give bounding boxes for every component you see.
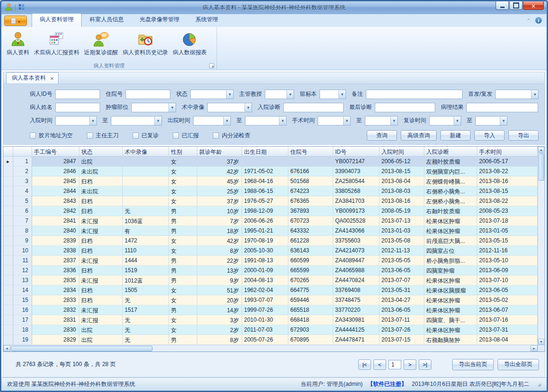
filter-select[interactable] xyxy=(245,116,287,125)
filter-select[interactable] xyxy=(131,103,176,112)
vertical-scroll-thumb[interactable] xyxy=(539,153,544,181)
table-row[interactable]: 162832未汇报1517男14岁1999-07-266655183377022… xyxy=(3,305,538,315)
ribbon-button[interactable]: 病人资料历史记录 xyxy=(120,29,170,58)
tab-close-icon[interactable] xyxy=(50,75,54,82)
table-row[interactable]: 82840未汇报有男18岁1995-01-21643332ZA414306620… xyxy=(3,226,538,236)
page-number-input[interactable] xyxy=(388,360,401,369)
filter-input[interactable] xyxy=(126,90,170,99)
filter-input[interactable] xyxy=(375,103,435,112)
filter-checkbox[interactable]: 已复诊 xyxy=(133,132,159,140)
filter-checkbox[interactable]: 胶片地址为空 xyxy=(30,132,73,140)
scroll-right-icon[interactable] xyxy=(531,345,538,351)
table-row[interactable]: 132835未汇报1012蓝男9岁2004-08-13670265ZA44708… xyxy=(3,275,538,285)
checkbox-icon[interactable] xyxy=(87,133,93,139)
checkbox-icon[interactable] xyxy=(30,133,36,139)
filter-select[interactable] xyxy=(111,116,162,125)
maximize-button[interactable] xyxy=(509,1,523,10)
chevron-down-icon[interactable] xyxy=(169,103,176,112)
table-row[interactable]: 42844未出院女25岁1988-06-15674223338052682013… xyxy=(3,186,538,196)
filter-select[interactable] xyxy=(495,90,539,99)
chevron-down-icon[interactable] xyxy=(500,117,507,125)
filter-checkbox[interactable]: 内分泌检查 xyxy=(213,132,250,140)
ribbon-tab-3[interactable]: 光盘录像带管理 xyxy=(132,13,187,27)
ribbon-tab-1[interactable]: 病人资料管理 xyxy=(32,13,82,27)
column-header[interactable]: 手术时间 xyxy=(477,147,538,157)
dialog-launcher-icon[interactable] xyxy=(209,63,214,68)
table-row[interactable]: 172831未汇报无女3岁2010-01-30668418ZA343098120… xyxy=(3,315,538,325)
horizontal-scroll-thumb[interactable] xyxy=(11,346,152,351)
table-row[interactable]: 22846未出院女42岁1971-05-02676166339040732013… xyxy=(3,167,538,176)
filter-input[interactable] xyxy=(55,103,100,112)
filter-select[interactable] xyxy=(207,103,252,112)
table-row[interactable]: 62842归档无男10岁1998-12-09367893YB0099173200… xyxy=(3,206,538,216)
column-header[interactable]: 出生日期 xyxy=(242,147,288,157)
table-row[interactable]: 102838归档1110女8岁2005-10-30636143ZA4214073… xyxy=(3,246,538,256)
table-row[interactable]: 182830出院无女2岁2011-07-03672903ZA4444125201… xyxy=(3,325,538,335)
export-button[interactable]: 导出 xyxy=(508,130,539,141)
filter-select[interactable] xyxy=(55,116,97,125)
filter-input[interactable] xyxy=(466,103,538,112)
filter-checkbox[interactable]: 主任主刀 xyxy=(87,132,118,140)
filter-checkbox[interactable]: 已汇报 xyxy=(173,132,199,140)
chevron-down-icon[interactable] xyxy=(244,103,252,112)
ribbon-button[interactable]: 近期复诊提醒 xyxy=(82,29,120,58)
registration-status-link[interactable]: 【软件已注册】 xyxy=(367,380,407,388)
chevron-down-icon[interactable] xyxy=(226,90,233,99)
column-header[interactable]: 性别 xyxy=(169,147,197,157)
new-button[interactable]: 新建 xyxy=(440,130,471,141)
chevron-down-icon[interactable] xyxy=(154,117,161,125)
window-layout-icon[interactable] xyxy=(18,3,25,12)
table-row[interactable]: 52843归档女37岁1976-05-27676365ZA38417032013… xyxy=(3,196,538,206)
filter-input[interactable] xyxy=(55,90,100,99)
export-all-pages-button[interactable]: 导出全部页 xyxy=(497,359,539,370)
table-row[interactable]: 122836归档1519男13岁2000-01-09665599ZA406598… xyxy=(3,266,538,275)
filter-select[interactable] xyxy=(318,116,351,125)
resize-grip-icon[interactable] xyxy=(538,382,541,387)
scroll-up-icon[interactable] xyxy=(538,147,544,153)
filter-select[interactable] xyxy=(429,116,461,125)
checkbox-icon[interactable] xyxy=(173,133,179,139)
chevron-down-icon[interactable] xyxy=(343,117,350,125)
chevron-down-icon[interactable] xyxy=(89,117,96,125)
checkbox-icon[interactable] xyxy=(213,133,219,139)
column-header[interactable]: 入院时间 xyxy=(379,147,424,157)
next-page-button[interactable]: > xyxy=(404,359,416,370)
close-button[interactable] xyxy=(523,1,544,10)
chevron-down-icon[interactable] xyxy=(338,90,346,99)
filter-select[interactable] xyxy=(265,90,294,99)
chevron-down-icon[interactable] xyxy=(287,90,294,99)
table-row[interactable]: 72841未汇报1036蓝男7岁2006-06-26670723QA002552… xyxy=(3,216,538,226)
filter-select[interactable] xyxy=(365,116,398,125)
app-logo-icon[interactable] xyxy=(4,3,13,13)
chevron-down-icon[interactable] xyxy=(279,117,286,125)
column-header[interactable]: ID号 xyxy=(333,147,379,157)
ribbon-tab-4[interactable]: 系统管理 xyxy=(187,13,226,27)
filter-select[interactable] xyxy=(475,116,507,125)
table-row[interactable]: 12847出院女37岁YB00721472006-05-12左额叶胶质瘤2006… xyxy=(3,157,538,167)
table-row[interactable]: 112837未汇报1444男22岁1991-08-13660599ZA40894… xyxy=(3,256,538,266)
import-button[interactable]: 导入 xyxy=(474,130,505,141)
search-button[interactable]: 查询 xyxy=(367,130,397,141)
column-header[interactable]: 住院号 xyxy=(288,147,333,157)
vertical-scroll-track[interactable] xyxy=(538,181,545,339)
ribbon-button[interactable]: 术后病人汇报资料 xyxy=(32,29,82,58)
column-header[interactable]: 状态 xyxy=(79,147,123,157)
export-current-page-button[interactable]: 导出当前页 xyxy=(452,359,494,370)
collapse-ribbon-icon[interactable] xyxy=(527,18,531,23)
scroll-down-icon[interactable] xyxy=(538,339,544,345)
chevron-down-icon[interactable] xyxy=(390,117,397,125)
first-page-button[interactable]: |< xyxy=(358,359,371,370)
ribbon-button[interactable]: 病人数据报表 xyxy=(170,29,209,58)
column-header[interactable]: 术中录像 xyxy=(123,147,169,157)
chevron-down-icon[interactable] xyxy=(454,117,461,125)
table-row[interactable]: 92839归档1472女42岁1970-08-19661228337556032… xyxy=(3,236,538,246)
last-page-button[interactable]: >| xyxy=(419,359,431,370)
filter-select[interactable] xyxy=(320,90,346,99)
table-row[interactable]: 152833归档无女20岁1993-07-0765944633748475201… xyxy=(3,295,538,305)
column-header[interactable]: 入院诊断 xyxy=(424,147,477,157)
ribbon-button[interactable]: 病人资料 xyxy=(4,29,32,58)
filter-input[interactable] xyxy=(366,90,463,99)
ribbon-tab-2[interactable]: 科室人员信息 xyxy=(82,13,132,27)
table-row[interactable]: 192829出院无男8岁2005-07-26670895ZA4478471201… xyxy=(3,335,538,345)
tab-patient-basic-info[interactable]: 病人基本资料 xyxy=(6,72,59,83)
